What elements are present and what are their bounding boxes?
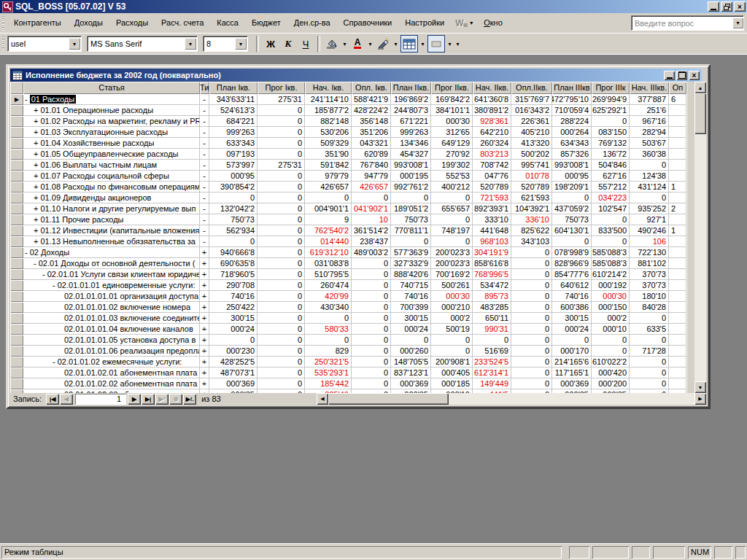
value-cell[interactable]: 0 <box>431 236 473 247</box>
value-cell[interactable]: 132'769 <box>592 138 630 149</box>
value-cell[interactable]: 442'185 <box>305 378 352 389</box>
value-cell[interactable]: 0 <box>511 258 552 269</box>
value-cell[interactable]: 0 <box>511 357 552 368</box>
value-cell[interactable]: 2'000 <box>431 313 473 324</box>
value-cell[interactable]: 206'530 <box>305 127 352 138</box>
value-cell[interactable]: 0 <box>352 291 391 302</box>
value-cell[interactable]: 321'043 <box>352 138 391 149</box>
statya-cell[interactable]: + 01.04 Хозяйственные расходы <box>23 138 200 149</box>
value-cell[interactable]: 0 <box>352 269 391 280</box>
value-cell[interactable]: 200'000 <box>592 378 630 389</box>
value-cell[interactable]: 0 <box>511 269 552 280</box>
value-cell[interactable]: 185'000 <box>431 378 473 389</box>
value-cell[interactable]: 1'314'612 <box>473 368 511 378</box>
value-cell[interactable]: 369'000 <box>552 378 592 389</box>
value-cell[interactable]: 9'332'327 <box>391 258 431 269</box>
value-cell[interactable]: 1 <box>669 182 686 192</box>
value-cell[interactable]: 708'290 <box>209 280 258 291</box>
statya-cell[interactable]: 02.01.01.01.03 включение соединительных <box>23 313 200 324</box>
value-cell[interactable]: 0 <box>552 335 592 346</box>
value-cell[interactable]: 2'891'380 <box>473 105 511 116</box>
value-cell[interactable]: 2'842'169 <box>431 94 473 105</box>
value-cell[interactable]: 28'840 <box>630 302 669 313</box>
tip-cell[interactable]: + <box>200 291 209 302</box>
value-cell[interactable]: 197'748 <box>431 225 473 236</box>
value-cell[interactable]: 0 <box>630 335 669 346</box>
value-cell[interactable]: 33'580 <box>305 324 352 335</box>
value-cell[interactable]: 1'101'384 <box>431 105 473 116</box>
statya-cell[interactable]: + 01.01 Операционные расходы <box>23 105 200 116</box>
first-record-button[interactable]: |◀ <box>46 394 59 405</box>
value-cell[interactable]: 0 <box>209 335 258 346</box>
value-cell[interactable]: 1'902'041 <box>352 203 391 214</box>
value-cell[interactable]: 0 <box>592 214 630 225</box>
value-cell[interactable]: 3'023'200 <box>431 258 473 269</box>
value-cell[interactable]: 0 <box>258 280 305 291</box>
menu-raskhody[interactable]: Расходы <box>109 14 155 32</box>
value-cell[interactable]: 73'370 <box>630 280 669 291</box>
statya-cell[interactable]: + 01.11 Прочие расходы <box>23 214 200 225</box>
new-record-button[interactable]: ▶* <box>155 394 169 405</box>
value-cell[interactable]: 150'083 <box>592 127 630 138</box>
value-cell[interactable]: 0 <box>592 116 630 127</box>
value-cell[interactable]: 0 <box>592 236 630 247</box>
row-selector[interactable] <box>10 203 23 214</box>
statya-cell[interactable]: - 02.01.01.02 ежемесячные услуги: <box>23 357 200 368</box>
value-cell[interactable]: 0 <box>258 269 305 280</box>
statya-cell[interactable]: - 02.01 Доходы от основной деятельности … <box>23 258 200 269</box>
italic-button[interactable]: К <box>280 36 296 52</box>
value-cell[interactable]: 887'377 <box>630 94 669 105</box>
tip-cell[interactable]: + <box>200 368 209 378</box>
value-cell[interactable]: 0 <box>352 357 391 368</box>
tip-cell[interactable]: + <box>200 357 209 368</box>
value-cell[interactable]: 15'300 <box>209 313 258 324</box>
column-header-2[interactable]: Нач. Iкв. <box>305 82 352 94</box>
statya-cell[interactable]: - 02.01.01.01 единовременные услуги: <box>23 280 200 291</box>
value-cell[interactable]: 1'008'993 <box>552 160 592 171</box>
value-cell[interactable]: 2'022'610 <box>592 357 630 368</box>
value-cell[interactable]: 31'275 <box>258 94 305 105</box>
value-cell[interactable]: 0 <box>511 291 552 302</box>
value-cell[interactable]: 0 <box>258 203 305 214</box>
statya-cell[interactable]: + 01.12 Инвестиции (капитальные вложения <box>23 225 200 236</box>
value-cell[interactable]: 6'420'888 <box>391 269 431 280</box>
value-cell[interactable]: 3'613'524 <box>209 105 258 116</box>
tip-cell[interactable]: + <box>200 280 209 291</box>
menu-rasch-scheta[interactable]: Расч. счета <box>155 14 210 32</box>
value-cell[interactable]: 593'721 <box>473 192 511 203</box>
row-selector[interactable] <box>10 214 23 225</box>
value-cell[interactable]: 846'504 <box>592 160 630 171</box>
horizontal-scroll-thumb[interactable] <box>328 393 449 405</box>
value-cell[interactable]: 192'000 <box>592 280 630 291</box>
value-cell[interactable]: 10'336 <box>511 214 552 225</box>
value-cell[interactable]: 440'014 <box>305 236 352 247</box>
value-cell[interactable]: 8'635'690 <box>209 258 258 269</box>
value-cell[interactable]: 31'990 <box>473 324 511 335</box>
value-cell[interactable]: 1'008'993 <box>391 160 431 171</box>
goto-last-button[interactable]: ▶!. <box>183 394 196 405</box>
value-cell[interactable] <box>669 368 686 378</box>
value-cell[interactable]: 3'088'585 <box>592 247 630 258</box>
value-cell[interactable]: 224'288 <box>552 116 592 127</box>
value-cell[interactable]: 0 <box>552 236 592 247</box>
value-cell[interactable]: 0 <box>258 236 305 247</box>
statya-cell[interactable]: - 02.01.01 Услуги связи клиентам юридиче… <box>23 269 200 280</box>
style-combo-dropdown[interactable]: ▾ <box>69 38 80 50</box>
value-cell[interactable]: 73'750 <box>209 214 258 225</box>
value-cell[interactable]: 202'500 <box>511 149 552 160</box>
next-record-button[interactable]: ▶ <box>128 394 141 405</box>
value-cell[interactable]: 264'000 <box>552 127 592 138</box>
value-cell[interactable]: 0 <box>630 357 669 368</box>
value-cell[interactable]: 0 <box>630 313 669 324</box>
row-selector[interactable] <box>10 302 23 313</box>
menu-okno[interactable]: Окно <box>477 14 509 32</box>
value-cell[interactable]: 2'540'762 <box>305 225 352 236</box>
value-cell[interactable]: 0 <box>258 225 305 236</box>
value-cell[interactable] <box>669 138 686 149</box>
value-cell[interactable]: 92'270 <box>431 149 473 160</box>
value-cell[interactable]: 0 <box>511 335 552 346</box>
value-cell[interactable]: 0 <box>511 368 552 378</box>
value-cell[interactable]: 195'000 <box>391 171 431 182</box>
row-selector[interactable] <box>10 127 23 138</box>
value-cell[interactable]: 0 <box>258 313 305 324</box>
